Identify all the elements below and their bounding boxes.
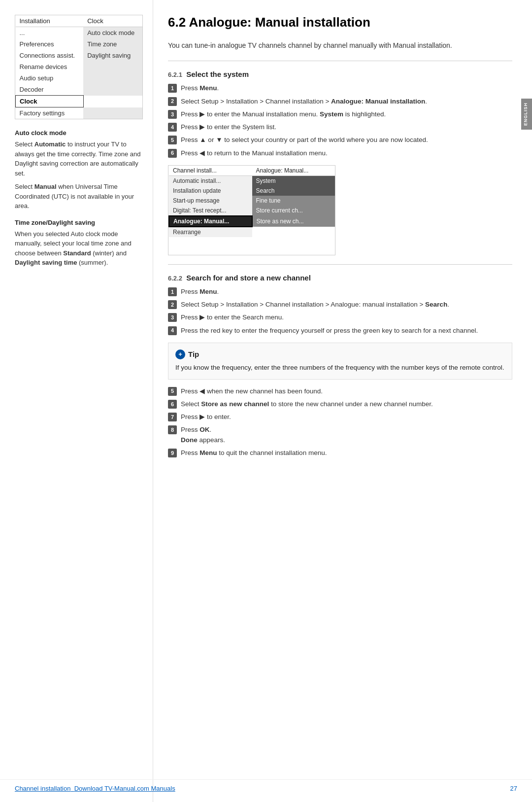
subsection-621-title: 6.2.1 Select the system (168, 70, 512, 78)
menu-cell: Rename devices (16, 61, 84, 72)
footer-link-text: Download TV-Manual.com Manuals (74, 785, 175, 792)
menu-cell: Decoder (16, 84, 84, 96)
menu-row-factory: Factory settings (16, 107, 143, 119)
menu-cell: ... (16, 27, 84, 39)
footer-link-subtext: Channel installation (15, 785, 70, 792)
ch-row-rearrange: Rearrange (169, 227, 335, 237)
page-footer: Channel installation Download TV-Manual.… (0, 779, 532, 792)
menu-row-clock-selected: Clock (16, 96, 143, 107)
step-622-1: 1 Press Menu. (168, 287, 512, 297)
menu-cell: Preferences (16, 38, 84, 50)
divider-1 (168, 61, 512, 61)
timezone-para1: When you selected Auto clock mode manual… (15, 229, 143, 268)
navigation-menu: Installation Clock ... Auto clock mode P… (15, 15, 143, 119)
step-622-4: 4 Press the red key to enter the frequen… (168, 326, 512, 336)
step-3: 3 Press ▶ to enter the Manual installati… (168, 109, 512, 119)
page-number: 27 (510, 785, 517, 792)
menu-row-dots: ... Auto clock mode (16, 27, 143, 39)
menu-row-preferences: Preferences Time zone (16, 38, 143, 50)
steps-list-622b: 5 Press ◀ when the new channel has been … (168, 386, 512, 458)
step-622-6: 6 Select Store as new channel to store t… (168, 399, 512, 409)
step-622-5: 5 Press ◀ when the new channel has been … (168, 386, 512, 396)
intro-paragraph: You can tune-in analogue TV channels cha… (168, 40, 512, 51)
subsection-622-title: 6.2.2 Search for and store a new channel (168, 274, 512, 282)
auto-clock-section: Auto clock mode Select Automatic to inst… (15, 129, 143, 211)
menu-cell: Audio setup (16, 72, 84, 84)
menu-row-rename: Rename devices (16, 61, 143, 72)
step-622-3: 3 Press ▶ to enter the Search menu. (168, 313, 512, 322)
auto-clock-heading: Auto clock mode (15, 129, 143, 137)
ch-col2-header: Analogue: Manual... (252, 166, 335, 176)
divider-2 (168, 264, 512, 265)
menu-cell-highlight: Daylight saving (83, 50, 142, 61)
menu-row-connections: Connections assist. Daylight saving (16, 50, 143, 61)
menu-cell-highlight: Auto clock mode (83, 27, 142, 39)
menu-cell-highlight: Time zone (83, 38, 142, 50)
ch-row-empty-2 (169, 246, 335, 255)
menu-col2-header: Clock (83, 15, 142, 27)
tip-title: + Tip (175, 349, 505, 360)
steps-list-622a: 1 Press Menu. 2 Select Setup > Installat… (168, 287, 512, 336)
menu-cell-empty (83, 61, 142, 72)
step-622-9: 9 Press Menu to quit the channel install… (168, 448, 512, 458)
menu-row-decoder: Decoder (16, 84, 143, 96)
subsection-621: 6.2.1 Select the system 1 Press Menu. 2 … (168, 70, 512, 255)
timezone-heading: Time zone/Daylight saving (15, 219, 143, 226)
step-6: 6 Press ◀ to return to the Manual instal… (168, 148, 512, 158)
step-1: 1 Press Menu. (168, 83, 512, 93)
page-title: 6.2 Analogue: Manual installation (168, 15, 512, 30)
right-column: 6.2 Analogue: Manual installation You ca… (153, 0, 532, 802)
timezone-section: Time zone/Daylight saving When you selec… (15, 219, 143, 268)
ch-col1-header: Channel install... (169, 166, 252, 176)
step-622-8: 8 Press OK.Done appears. (168, 425, 512, 445)
ch-menu-header: Channel install... Analogue: Manual... (169, 166, 335, 176)
ch-row-digital: Digital: Test recept... Store current ch… (169, 206, 335, 216)
step-4: 4 Press ▶ to enter the System list. (168, 122, 512, 132)
menu-cell-empty (83, 107, 142, 119)
step-5: 5 Press ▲ or ▼ to select your country or… (168, 135, 512, 145)
left-column: Installation Clock ... Auto clock mode P… (0, 0, 153, 802)
tip-text: If you know the frequency, enter the thr… (175, 363, 505, 373)
auto-clock-para1: Select Automatic to instruct your TV to … (15, 139, 143, 178)
ch-row-empty-1 (169, 237, 335, 246)
menu-header-row: Installation Clock (16, 15, 143, 27)
step-622-2: 2 Select Setup > Installation > Channel … (168, 300, 512, 310)
tip-label: Tip (188, 349, 199, 360)
ch-row-install-update: Installation update Search (169, 186, 335, 196)
tip-icon: + (175, 349, 185, 359)
ch-row-auto: Automatic install... System (169, 175, 335, 186)
ch-row-analogue-selected: Analogue: Manual... Store as new ch... (169, 216, 335, 227)
menu-cell-empty (83, 84, 142, 96)
ch-row-startup: Start-up message Fine tune (169, 196, 335, 206)
subsection-622: 6.2.2 Search for and store a new channel… (168, 274, 512, 458)
menu-cell-selected: Clock (16, 96, 84, 107)
steps-list-621: 1 Press Menu. 2 Select Setup > Installat… (168, 83, 512, 158)
menu-cell-empty (83, 96, 142, 107)
auto-clock-para2: Select Manual when Universal Time Coordi… (15, 182, 143, 211)
language-tab: ENGLISH (521, 99, 532, 130)
menu-col1-header: Installation (16, 15, 84, 27)
menu-cell: Factory settings (16, 107, 84, 119)
footer-link[interactable]: Channel installation Download TV-Manual.… (15, 785, 175, 792)
menu-cell: Connections assist. (16, 50, 84, 61)
step-622-7: 7 Press ▶ to enter. (168, 412, 512, 422)
channel-install-menu: Channel install... Analogue: Manual... A… (168, 165, 335, 255)
menu-cell-empty (83, 72, 142, 84)
tip-box: + Tip If you know the frequency, enter t… (168, 343, 512, 380)
menu-row-audio: Audio setup (16, 72, 143, 84)
step-2: 2 Select Setup > Installation > Channel … (168, 97, 512, 106)
